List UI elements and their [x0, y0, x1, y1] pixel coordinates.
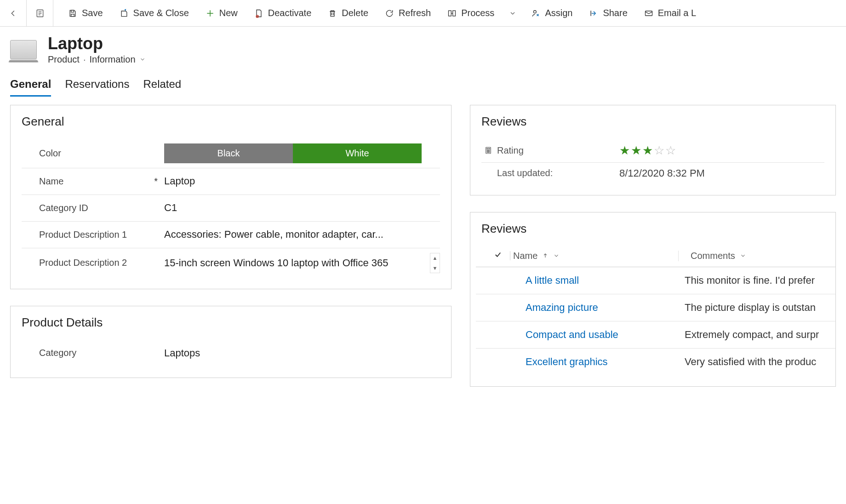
star-icon: ☆	[665, 143, 676, 158]
assign-button[interactable]: Assign	[525, 5, 579, 21]
process-chevron[interactable]	[504, 6, 521, 21]
svg-point-23	[487, 152, 488, 153]
review-name-link[interactable]: Excellent graphics	[507, 356, 673, 368]
category-value[interactable]: Laptops	[164, 347, 440, 359]
last-updated-label: Last updated:	[481, 168, 619, 178]
desc1-value[interactable]: Accessories: Power cable, monitor adapte…	[164, 229, 440, 241]
review-name-link[interactable]: Compact and usable	[507, 329, 673, 341]
record-image[interactable]	[10, 40, 37, 59]
save-close-label: Save & Close	[133, 8, 189, 18]
desc2-label: Product Description 2	[22, 258, 164, 268]
desc2-scroll[interactable]: ▲ ▼	[430, 253, 440, 273]
notes-button[interactable]	[27, 0, 53, 26]
tab-related[interactable]: Related	[143, 78, 181, 97]
save-close-button[interactable]: Save & Close	[113, 5, 195, 21]
assign-label: Assign	[545, 8, 572, 18]
delete-button[interactable]: Delete	[321, 5, 375, 21]
column-comments-label: Comments	[691, 251, 735, 261]
spinner-down-icon[interactable]: ▼	[430, 263, 440, 273]
form-name: Information	[90, 54, 136, 65]
form-body: General Color Black White Name * Laptop	[0, 97, 846, 397]
tab-reservations[interactable]: Reservations	[65, 78, 129, 97]
assign-icon	[531, 9, 540, 18]
trash-icon	[328, 9, 337, 18]
new-button[interactable]: New	[199, 5, 244, 21]
form-selector[interactable]: Information	[90, 54, 146, 65]
table-row[interactable]: Compact and usable Extremely compact, an…	[476, 321, 835, 349]
reviews-list-title: Reviews	[476, 222, 835, 236]
save-close-icon	[120, 9, 129, 18]
color-option-white[interactable]: White	[293, 143, 422, 163]
rating-value[interactable]: ★ ★ ★ ☆ ☆	[619, 143, 824, 158]
save-button[interactable]: Save	[62, 5, 109, 21]
table-row[interactable]: A little small This monitor is fine. I'd…	[476, 267, 835, 294]
share-label: Share	[603, 8, 627, 18]
reviews-summary-title: Reviews	[481, 115, 824, 129]
section-general: General Color Black White Name * Laptop	[10, 105, 452, 289]
arrow-left-icon	[8, 8, 18, 18]
email-link-button[interactable]: Email a L	[638, 5, 703, 21]
sort-asc-icon	[542, 251, 549, 261]
color-option-black[interactable]: Black	[164, 143, 293, 163]
share-button[interactable]: Share	[583, 5, 634, 21]
chevron-down-icon[interactable]	[740, 251, 746, 261]
tab-general[interactable]: General	[10, 78, 51, 97]
calculator-icon	[484, 146, 492, 155]
rating-label: Rating	[497, 145, 524, 156]
record-subtitle: Product · Information	[48, 54, 146, 65]
svg-rect-5	[71, 14, 74, 16]
svg-rect-10	[331, 11, 334, 16]
field-color: Color Black White	[22, 139, 440, 168]
command-bar: Save Save & Close New Deactivate Delete	[0, 0, 846, 27]
review-comment: Extremely compact, and surpr	[673, 329, 819, 341]
svg-point-21	[488, 150, 489, 151]
refresh-label: Refresh	[399, 8, 431, 18]
record-title: Laptop	[48, 35, 146, 52]
svg-point-16	[534, 10, 537, 13]
required-mark: *	[154, 176, 158, 187]
svg-point-20	[487, 150, 488, 151]
section-reviews-list: Reviews Name	[470, 212, 836, 387]
name-value[interactable]: Laptop	[164, 175, 440, 187]
record-title-block: Laptop Product · Information	[48, 35, 146, 65]
desc2-value[interactable]: 15-inch screen Windows 10 laptop with Of…	[164, 257, 430, 269]
record-header: Laptop Product · Information	[0, 27, 846, 65]
last-updated-value: 8/12/2020 8:32 PM	[619, 167, 824, 179]
notes-icon	[35, 9, 45, 18]
column-comments[interactable]: Comments	[679, 251, 746, 261]
separator-dot: ·	[83, 54, 86, 65]
field-category-id: Category ID C1	[22, 195, 440, 222]
email-link-label: Email a L	[658, 8, 696, 18]
category-id-value[interactable]: C1	[164, 202, 440, 214]
review-comment: This monitor is fine. I'd prefer	[673, 275, 815, 286]
svg-point-25	[489, 152, 490, 153]
refresh-button[interactable]: Refresh	[378, 5, 437, 21]
table-row[interactable]: Excellent graphics Very satisfied with t…	[476, 349, 835, 375]
chevron-down-icon	[508, 9, 517, 18]
table-row[interactable]: Amazing picture The picture display is o…	[476, 294, 835, 321]
column-select-all[interactable]	[489, 251, 507, 261]
review-name-link[interactable]: Amazing picture	[507, 302, 673, 314]
name-label-text: Name	[39, 176, 63, 187]
right-column: Reviews Rating ★ ★ ★ ☆ ☆	[470, 105, 836, 387]
svg-rect-19	[487, 149, 490, 149]
spinner-up-icon[interactable]: ▲	[430, 253, 440, 263]
process-button[interactable]: Process	[441, 5, 501, 21]
svg-point-22	[489, 150, 490, 151]
deactivate-icon	[254, 9, 263, 18]
back-button[interactable]	[0, 0, 27, 26]
review-name-link[interactable]: A little small	[507, 275, 673, 286]
color-optionset[interactable]: Black White	[164, 143, 422, 163]
process-label: Process	[461, 8, 494, 18]
review-comment: The picture display is outstan	[673, 302, 816, 314]
column-name[interactable]: Name	[513, 251, 679, 261]
column-divider	[510, 251, 510, 260]
rating-label-box: Rating	[481, 145, 619, 156]
svg-rect-17	[645, 11, 652, 16]
desc1-label: Product Description 1	[22, 229, 164, 240]
column-name-label: Name	[513, 251, 537, 261]
delete-label: Delete	[342, 8, 368, 18]
email-icon	[644, 9, 653, 18]
chevron-down-icon[interactable]	[553, 251, 560, 261]
deactivate-button[interactable]: Deactivate	[248, 5, 318, 21]
